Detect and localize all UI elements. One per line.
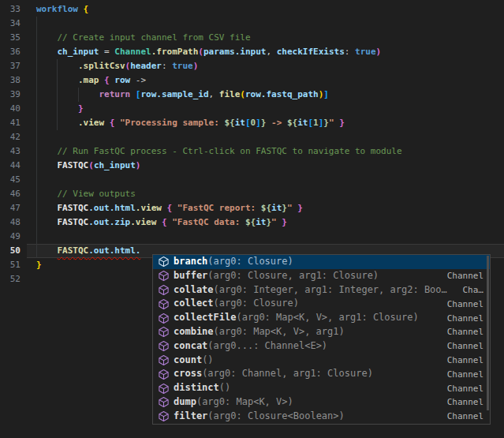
symbol-method-icon xyxy=(158,383,170,395)
code-line[interactable]: 42 xyxy=(0,130,504,144)
vscode-editor-window: 33workflow {3435 // Create input channel… xyxy=(0,0,504,438)
code-text: FASTQC.out.html.view { "FastQC report: $… xyxy=(21,201,504,215)
line-number[interactable]: 48 xyxy=(0,215,21,230)
line-number[interactable]: 39 xyxy=(0,88,21,102)
suggest-item-distinct[interactable]: distinct()Channel xyxy=(153,381,490,395)
suggest-item-cross[interactable]: cross(arg0: Channel, arg1: Closure)Chann… xyxy=(153,367,490,381)
suggest-item-label: buffer(arg0: Closure, arg1: Closure) xyxy=(174,269,439,283)
code-line[interactable]: 40 } xyxy=(0,102,504,116)
code-line[interactable]: 34 xyxy=(0,17,504,31)
symbol-method-icon xyxy=(158,284,170,296)
code-text: FASTQC(ch_input) xyxy=(21,159,504,173)
code-text xyxy=(21,17,504,31)
suggest-item-label: concat(arg0...: Channel<E>) xyxy=(174,339,439,354)
symbol-method-icon xyxy=(158,326,170,338)
suggest-item-collectFile[interactable]: collectFile(arg0: Map<K, V>, arg1: Closu… xyxy=(153,311,490,325)
line-number[interactable]: 52 xyxy=(0,272,21,286)
error-squiggle: FASTQC.out.html. xyxy=(58,245,141,256)
code-text: return [row.sample_id, file(row.fastq_pa… xyxy=(21,88,504,102)
suggest-item-label: cross(arg0: Channel, arg1: Closure) xyxy=(174,367,439,381)
code-line[interactable]: 44 FASTQC(ch_input) xyxy=(0,159,504,173)
code-line[interactable]: 43 // Run FastQC process - Ctrl-click on… xyxy=(0,144,504,159)
line-number[interactable]: 45 xyxy=(0,173,21,187)
line-number[interactable]: 47 xyxy=(0,201,21,215)
suggest-item-return-type: Cha… xyxy=(463,285,484,295)
suggest-item-label: collect(arg0: Closure) xyxy=(174,297,439,311)
suggest-item-collect[interactable]: collect(arg0: Closure)Channel xyxy=(153,297,490,311)
line-number[interactable]: 43 xyxy=(0,144,21,159)
code-line[interactable]: 46 // View outputs xyxy=(0,187,504,201)
suggest-item-collate[interactable]: collate(arg0: Integer, arg1: Integer, ar… xyxy=(153,283,490,298)
code-line[interactable]: 38 .map { row -> xyxy=(0,73,504,88)
suggest-item-branch[interactable]: branch(arg0: Closure) xyxy=(153,255,490,269)
line-number[interactable]: 37 xyxy=(0,59,21,73)
suggest-item-return-type: Channel xyxy=(447,313,483,324)
suggest-item-label: filter(arg0: Closure<Boolean>) xyxy=(174,410,439,424)
suggest-item-combine[interactable]: combine(arg0: Map<K, V>, arg1)Channel xyxy=(153,325,490,339)
symbol-method-icon xyxy=(158,270,170,282)
code-line[interactable]: 48 FASTQC.out.zip.view { "FastQC data: $… xyxy=(0,215,504,230)
symbol-method-icon xyxy=(158,340,170,352)
code-text: // Run FastQC process - Ctrl-click on FA… xyxy=(21,144,504,159)
line-number[interactable]: 50 xyxy=(0,244,21,258)
line-number[interactable]: 34 xyxy=(0,17,21,31)
code-line[interactable]: 36 ch_input = Channel.fromPath(params.in… xyxy=(0,45,504,59)
symbol-method-icon xyxy=(158,410,170,422)
code-text: FASTQC.out.zip.view { "FastQC data: ${it… xyxy=(21,215,504,230)
code-line[interactable]: 35 // Create input channel from CSV file xyxy=(0,31,504,45)
suggest-item-return-type: Channel xyxy=(447,327,483,337)
suggest-scrollbar-thumb[interactable] xyxy=(487,256,489,410)
code-text: // Create input channel from CSV file xyxy=(21,31,504,45)
line-number[interactable]: 49 xyxy=(0,230,21,244)
suggest-item-return-type: Channel xyxy=(447,384,483,394)
symbol-method-icon xyxy=(158,396,170,408)
code-text xyxy=(21,230,504,244)
symbol-method-icon xyxy=(158,354,170,366)
suggest-item-return-type: Channel xyxy=(447,397,483,407)
line-number[interactable]: 36 xyxy=(0,45,21,59)
suggest-item-return-type: Channel xyxy=(447,411,483,421)
line-number[interactable]: 38 xyxy=(0,73,21,88)
suggest-item-label: collate(arg0: Integer, arg1: Integer, ar… xyxy=(174,283,455,298)
suggest-item-label: collectFile(arg0: Map<K, V>, arg1: Closu… xyxy=(174,311,439,325)
code-line[interactable]: 33workflow { xyxy=(0,2,504,17)
code-line[interactable]: 45 xyxy=(0,173,504,187)
suggest-item-filter[interactable]: filter(arg0: Closure<Boolean>)Channel xyxy=(153,410,490,424)
suggest-item-label: dump(arg0: Map<K, V>) xyxy=(174,395,439,410)
suggest-widget: branch(arg0: Closure)buffer(arg0: Closur… xyxy=(152,254,491,425)
symbol-method-icon xyxy=(158,313,170,324)
symbol-method-icon xyxy=(158,369,170,380)
line-number[interactable]: 51 xyxy=(0,258,21,272)
line-number[interactable]: 33 xyxy=(0,2,21,17)
suggest-item-label: combine(arg0: Map<K, V>, arg1) xyxy=(174,325,439,339)
suggest-item-label: distinct() xyxy=(174,381,439,395)
code-line[interactable]: 39 return [row.sample_id, file(row.fastq… xyxy=(0,88,504,102)
code-line[interactable]: 37 .splitCsv(header: true) xyxy=(0,59,504,73)
code-line[interactable]: 47 FASTQC.out.html.view { "FastQC report… xyxy=(0,201,504,215)
suggest-item-concat[interactable]: concat(arg0...: Channel<E>)Channel xyxy=(153,339,490,354)
code-line[interactable]: 41 .view { "Processing sample: ${it[0]} … xyxy=(0,116,504,130)
code-text: } xyxy=(21,102,504,116)
suggest-item-dump[interactable]: dump(arg0: Map<K, V>)Channel xyxy=(153,395,490,410)
suggest-item-return-type: Channel xyxy=(447,271,483,281)
code-text: .view { "Processing sample: ${it[0]} -> … xyxy=(21,116,504,130)
suggest-list: branch(arg0: Closure)buffer(arg0: Closur… xyxy=(153,255,490,424)
line-number[interactable]: 40 xyxy=(0,102,21,116)
code-line[interactable]: 49 xyxy=(0,230,504,244)
suggest-item-buffer[interactable]: buffer(arg0: Closure, arg1: Closure)Chan… xyxy=(153,269,490,283)
symbol-method-icon xyxy=(158,298,170,310)
line-number[interactable]: 46 xyxy=(0,187,21,201)
line-number[interactable]: 35 xyxy=(0,31,21,45)
suggest-item-count[interactable]: count()Channel xyxy=(153,354,490,368)
suggest-item-label: count() xyxy=(174,354,439,368)
symbol-method-icon xyxy=(158,256,170,268)
code-text: .splitCsv(header: true) xyxy=(21,59,504,73)
suggest-item-label: branch(arg0: Closure) xyxy=(174,255,476,269)
line-number[interactable]: 41 xyxy=(0,116,21,130)
line-number[interactable]: 44 xyxy=(0,159,21,173)
line-number[interactable]: 42 xyxy=(0,130,21,144)
suggest-item-return-type: Channel xyxy=(447,299,483,309)
code-text xyxy=(21,173,504,187)
code-text: .map { row -> xyxy=(21,73,504,88)
code-text: ch_input = Channel.fromPath(params.input… xyxy=(21,45,504,59)
